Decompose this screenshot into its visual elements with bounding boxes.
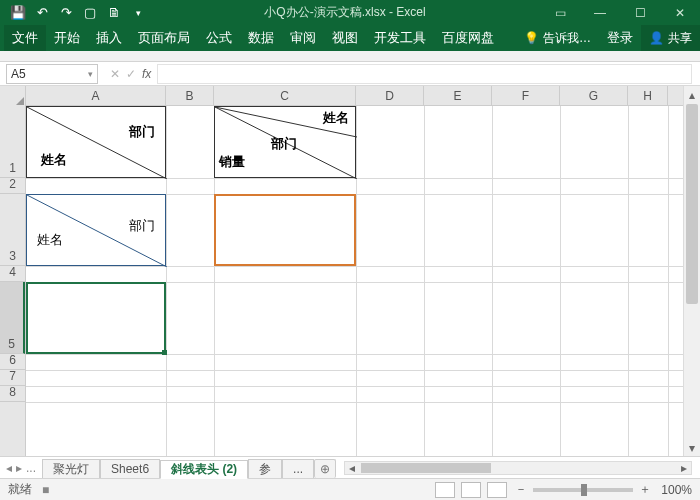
window-title: 小Q办公-演示文稿.xlsx - Excel — [150, 4, 540, 21]
tab-formulas[interactable]: 公式 — [198, 25, 240, 51]
formula-cancel-icon: ✕ — [110, 67, 120, 81]
add-sheet-button[interactable]: ⊕ — [314, 459, 336, 478]
sheet-tabs: 聚光灯Sheet6斜线表头 (2)参...⊕ — [42, 457, 336, 478]
scroll-up-icon[interactable]: ▴ — [684, 86, 700, 103]
row-header-6[interactable]: 6 — [0, 354, 25, 370]
tab-file[interactable]: 文件 — [4, 25, 46, 51]
tab-baidu[interactable]: 百度网盘 — [434, 25, 502, 51]
sheet-tab-0[interactable]: 聚光灯 — [42, 459, 100, 478]
cell-c3-orange-selection[interactable] — [214, 194, 356, 266]
a3-name-label: 姓名 — [37, 231, 63, 249]
undo-icon[interactable]: ↶ — [30, 0, 54, 25]
sheet-nav-last-icon[interactable]: ▸ — [16, 461, 22, 475]
tab-home[interactable]: 开始 — [46, 25, 88, 51]
column-header-H[interactable]: H — [628, 86, 668, 105]
tab-review[interactable]: 审阅 — [282, 25, 324, 51]
a1-name-label: 姓名 — [41, 151, 67, 169]
formula-bar: A5 ▾ ✕ ✓ fx — [0, 62, 700, 86]
row-header-1[interactable]: 1 — [0, 106, 25, 178]
row-header-5[interactable]: 5 — [0, 282, 25, 354]
ribbon-body-collapsed — [0, 51, 700, 62]
fill-handle[interactable] — [162, 350, 167, 355]
name-box[interactable]: A5 ▾ — [6, 64, 98, 84]
cell-grid[interactable]: 姓名 部门 姓名 部门 销量 姓名 部门 — [26, 106, 683, 456]
tab-view[interactable]: 视图 — [324, 25, 366, 51]
tab-developer[interactable]: 开发工具 — [366, 25, 434, 51]
cell-c1-diagonal-header[interactable]: 姓名 部门 销量 — [214, 106, 356, 178]
column-header-G[interactable]: G — [560, 86, 628, 105]
view-normal-button[interactable] — [435, 482, 455, 498]
select-all-corner[interactable] — [0, 86, 26, 106]
active-cell-a5[interactable] — [26, 282, 166, 354]
row-headers: 12345678 — [0, 106, 26, 456]
vertical-scrollbar[interactable]: ▴ ▾ — [683, 86, 700, 456]
hscroll-left-icon[interactable]: ◂ — [345, 461, 359, 475]
share-button[interactable]: 👤共享 — [641, 25, 700, 51]
ribbon-tabs: 文件 开始 插入 页面布局 公式 数据 审阅 视图 开发工具 百度网盘 💡告诉我… — [0, 25, 700, 51]
sheet-tab-1[interactable]: Sheet6 — [100, 459, 160, 478]
scroll-down-icon[interactable]: ▾ — [684, 439, 700, 456]
formula-enter-icon: ✓ — [126, 67, 136, 81]
sheet-tab-overflow[interactable]: ... — [282, 459, 314, 478]
new-file-icon[interactable]: ▢ — [78, 0, 102, 25]
a1-dept-label: 部门 — [129, 123, 155, 141]
qat-more-icon[interactable]: ▾ — [126, 0, 150, 25]
cell-a1-diagonal-header[interactable]: 姓名 部门 — [26, 106, 166, 178]
tab-layout[interactable]: 页面布局 — [130, 25, 198, 51]
view-pagelayout-button[interactable] — [461, 482, 481, 498]
column-header-F[interactable]: F — [492, 86, 560, 105]
row-header-4[interactable]: 4 — [0, 266, 25, 282]
tab-insert[interactable]: 插入 — [88, 25, 130, 51]
column-header-E[interactable]: E — [424, 86, 492, 105]
tell-me[interactable]: 💡告诉我… — [516, 25, 599, 51]
horizontal-scrollbar[interactable]: ◂ ▸ — [344, 461, 692, 475]
row-header-8[interactable]: 8 — [0, 386, 25, 402]
view-pagebreak-button[interactable] — [487, 482, 507, 498]
quickprint-icon[interactable]: 🗎 — [102, 0, 126, 25]
cell-a3-diagonal-header[interactable]: 姓名 部门 — [26, 194, 166, 266]
sheet-tab-2[interactable]: 斜线表头 (2) — [160, 460, 248, 479]
minimize-icon[interactable]: ― — [580, 0, 620, 25]
sheet-overflow-icon[interactable]: ... — [26, 461, 36, 475]
macro-record-icon[interactable]: ■ — [42, 483, 49, 497]
zoom-out-button[interactable]: － — [515, 481, 527, 498]
tab-data[interactable]: 数据 — [240, 25, 282, 51]
hscroll-right-icon[interactable]: ▸ — [677, 461, 691, 475]
sheet-tab-3[interactable]: 参 — [248, 459, 282, 478]
column-header-A[interactable]: A — [26, 86, 166, 105]
save-icon[interactable]: 💾 — [6, 0, 30, 25]
c1-dept-label: 部门 — [271, 135, 297, 153]
c1-sales-label: 销量 — [219, 153, 245, 171]
zoom-value[interactable]: 100% — [661, 483, 692, 497]
column-header-B[interactable]: B — [166, 86, 214, 105]
column-headers: ABCDEFGH — [0, 86, 683, 106]
status-mode: 就绪 — [8, 481, 32, 498]
sheet-nav[interactable]: ◂ ▸ ... — [0, 461, 42, 475]
zoom-in-button[interactable]: ＋ — [639, 481, 651, 498]
a3-dept-label: 部门 — [129, 217, 155, 235]
ribbon-options-icon[interactable]: ▭ — [540, 0, 580, 25]
column-header-D[interactable]: D — [356, 86, 424, 105]
zoom-slider[interactable] — [533, 488, 633, 492]
c1-name-label: 姓名 — [323, 109, 349, 127]
signin-button[interactable]: 登录 — [599, 25, 641, 51]
fx-icon[interactable]: fx — [142, 67, 151, 81]
maximize-icon[interactable]: ☐ — [620, 0, 660, 25]
column-header-C[interactable]: C — [214, 86, 356, 105]
hscroll-thumb[interactable] — [361, 463, 491, 473]
name-box-value: A5 — [11, 67, 26, 81]
row-header-7[interactable]: 7 — [0, 370, 25, 386]
zoom-slider-handle[interactable] — [581, 484, 587, 496]
sheet-nav-first-icon[interactable]: ◂ — [6, 461, 12, 475]
formula-input[interactable] — [157, 64, 692, 84]
row-header-2[interactable]: 2 — [0, 178, 25, 194]
chevron-down-icon[interactable]: ▾ — [88, 69, 93, 79]
vscroll-thumb[interactable] — [686, 104, 698, 304]
redo-icon[interactable]: ↷ — [54, 0, 78, 25]
row-header-3[interactable]: 3 — [0, 194, 25, 266]
close-icon[interactable]: ✕ — [660, 0, 700, 25]
